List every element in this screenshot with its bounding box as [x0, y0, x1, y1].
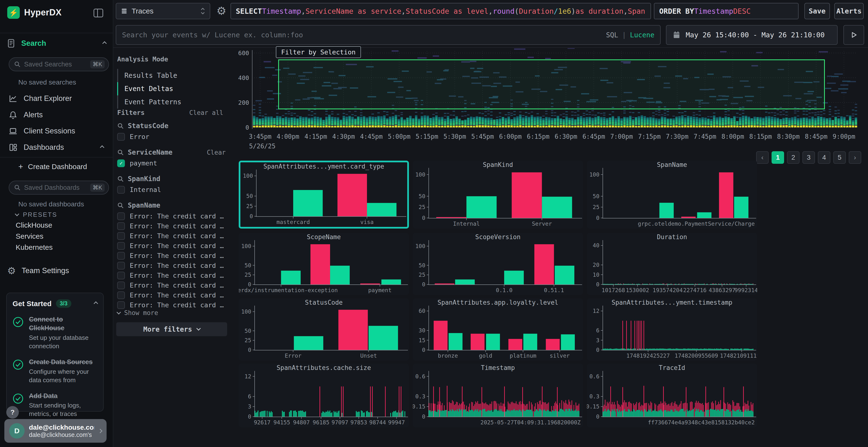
- sidebar-collapse-icon[interactable]: [94, 9, 103, 18]
- analysis-mode-event-patterns[interactable]: Event Patterns: [117, 95, 223, 109]
- sidebar-item-dashboards[interactable]: Dashboards: [0, 140, 113, 155]
- pagination-page-2[interactable]: 2: [787, 151, 800, 164]
- sidebar-item-chart-explorer[interactable]: Chart Explorer: [0, 91, 113, 106]
- events-heatmap[interactable]: [252, 48, 857, 132]
- no-saved-dashboards-note: No saved dashboards: [18, 200, 84, 208]
- filter-option[interactable]: Error: The credit card …: [117, 241, 228, 251]
- xtick-label: 0.1.0: [496, 287, 513, 294]
- chart-card-timestamp[interactable]: Timestamp00.150.30.62025-05-27T04:09:31.…: [413, 364, 583, 427]
- filter-option[interactable]: Error: The credit card …: [117, 261, 228, 271]
- pagination-page-4[interactable]: 4: [818, 151, 830, 164]
- get-started-item[interactable]: Add DataStart sending logs, metrics, or …: [12, 391, 97, 418]
- chart-card-duration[interactable]: Duration01020401017268153000219357420422…: [587, 233, 757, 295]
- source-selector-value: Traces: [132, 7, 154, 15]
- user-menu[interactable]: D dale@clickhouse.com dale@clickhouse.co…: [4, 419, 106, 443]
- get-started-header[interactable]: Get Started 3/3: [12, 299, 97, 308]
- filter-option[interactable]: ✓payment: [117, 158, 228, 168]
- chart-card-spanattributes-yment-timestamp[interactable]: SpanAttributes...yment.timestamp03612174…: [587, 299, 757, 360]
- save-button[interactable]: Save: [804, 3, 830, 19]
- more-filters-button[interactable]: More filters: [116, 322, 227, 336]
- filter-option[interactable]: Error: The credit card …: [117, 271, 228, 280]
- checkbox[interactable]: [117, 291, 125, 299]
- event-search-input[interactable]: [122, 31, 606, 39]
- run-query-button[interactable]: [843, 25, 864, 45]
- chart-card-spanattributes-yment-card-type[interactable]: SpanAttributes...yment.card_type02550100…: [239, 161, 409, 229]
- sql-select-editor[interactable]: SELECT Timestamp, ServiceName as service…: [230, 3, 651, 19]
- alerts-button[interactable]: Alerts: [834, 3, 864, 19]
- sidebar-section-search[interactable]: Search: [7, 38, 106, 48]
- team-settings-button[interactable]: ⚙ Team Settings: [7, 266, 69, 276]
- time-range-picker[interactable]: May 26 15:40:00 - May 26 21:10:00: [666, 25, 838, 45]
- pagination-page-5[interactable]: 5: [833, 151, 846, 164]
- chart-card-spanattributes-app-loyalty-level[interactable]: SpanAttributes.app.loyalty.level0153060b…: [413, 299, 583, 360]
- checkbox[interactable]: [117, 133, 125, 141]
- heatmap-xtick-label: 5:15pm: [416, 133, 438, 140]
- checkbox[interactable]: [117, 242, 125, 250]
- chart-card-scopeversion[interactable]: ScopeVersion025501000.1.00.51.1: [413, 233, 583, 295]
- show-more-button[interactable]: Show more: [117, 309, 158, 316]
- checkbox[interactable]: [117, 186, 125, 194]
- source-selector[interactable]: Traces: [116, 3, 210, 19]
- analysis-mode-event-deltas[interactable]: Event Deltas: [117, 82, 223, 95]
- filter-option[interactable]: Error: The credit card …: [117, 280, 228, 290]
- xtick-label: Server: [532, 220, 552, 227]
- ytick-label: 0: [422, 215, 425, 221]
- sidebar-item-client-sessions[interactable]: Client Sessions: [0, 124, 113, 138]
- order-by-editor[interactable]: ORDER BY Timestamp DESC: [654, 3, 799, 19]
- saved-searches-input[interactable]: ⌘K: [9, 57, 109, 71]
- heatmap-selection-box[interactable]: [278, 60, 824, 109]
- checkbox[interactable]: [117, 212, 125, 220]
- chart-card-statuscode[interactable]: StatusCode02550100ErrorUnset: [239, 299, 409, 360]
- create-dashboard-button[interactable]: + Create Dashboard: [18, 162, 87, 171]
- chart-card-spankind[interactable]: SpanKind02550100InternalServer: [413, 161, 583, 229]
- clear-all-filters-button[interactable]: Clear all: [189, 109, 223, 116]
- saved-dashboards-input[interactable]: ⌘K: [9, 181, 109, 195]
- checkbox[interactable]: [117, 262, 125, 270]
- checkbox[interactable]: [117, 272, 125, 279]
- help-button[interactable]: ?: [6, 406, 19, 419]
- pagination-next-button[interactable]: ›: [849, 151, 861, 164]
- analysis-mode-results-table[interactable]: Results Table: [117, 69, 223, 82]
- filter-option-label: Error: The credit card …: [130, 262, 224, 269]
- sql-mode-toggle[interactable]: SQL: [606, 31, 618, 39]
- chart-card-scopename[interactable]: ScopeName02550100@hyperdx/instrumentatio…: [239, 233, 409, 295]
- filter-option[interactable]: Internal: [117, 185, 228, 195]
- ytick-label: 60: [418, 308, 425, 314]
- checkbox[interactable]: [117, 301, 125, 309]
- checkbox[interactable]: [117, 232, 125, 240]
- saved-dashboards-field[interactable]: [24, 184, 87, 192]
- checkbox[interactable]: [117, 281, 125, 289]
- filter-option[interactable]: Error: The credit card …: [117, 300, 228, 310]
- filter-option[interactable]: Error: [117, 132, 228, 142]
- bar: [681, 217, 695, 218]
- filter-option[interactable]: Error: The credit card …: [117, 251, 228, 261]
- sql-token: 1e6: [558, 7, 571, 15]
- pagination-page-3[interactable]: 3: [802, 151, 815, 164]
- get-started-item[interactable]: Create Data SourcesConfigure where your …: [12, 358, 97, 384]
- preset-services[interactable]: Services: [16, 232, 43, 240]
- checkbox[interactable]: [117, 222, 125, 230]
- pagination-prev-button[interactable]: ‹: [756, 151, 769, 164]
- preset-kubernetes[interactable]: Kubernetes: [16, 243, 53, 251]
- sidebar-item-alerts[interactable]: Alerts: [0, 107, 113, 122]
- chart-card-spanattributes-cache-size[interactable]: SpanAttributes.cache.size036129261794155…: [239, 364, 409, 427]
- filter-option[interactable]: Error: The credit card …: [117, 290, 228, 300]
- presets-toggle[interactable]: PRESETS: [16, 211, 57, 218]
- preset-clickhouse[interactable]: ClickHouse: [16, 221, 52, 229]
- chart-card-traceid[interactable]: TraceId00.150.30.6ff736674e4a9348c43e815…: [587, 364, 757, 427]
- checkbox[interactable]: ✓: [117, 160, 125, 167]
- checkbox[interactable]: [117, 252, 125, 260]
- get-started-item[interactable]: Connect to ClickHouseSet up your databas…: [12, 315, 97, 350]
- xtick-label: 97853: [350, 419, 367, 425]
- filter-by-selection-button[interactable]: Filter by Selection: [276, 46, 361, 58]
- filter-option[interactable]: Error: The credit card …: [117, 221, 228, 231]
- lucene-mode-toggle[interactable]: Lucene: [630, 31, 654, 39]
- source-settings-button[interactable]: ⚙: [215, 3, 228, 18]
- pagination-page-1[interactable]: 1: [772, 151, 784, 164]
- filter-clear-button[interactable]: Clear: [207, 149, 226, 156]
- event-search-bar[interactable]: SQL | Lucene: [116, 25, 661, 45]
- saved-searches-field[interactable]: [24, 61, 87, 68]
- filter-option[interactable]: Error: The credit card …: [117, 211, 228, 221]
- filter-option[interactable]: Error: The credit card …: [117, 231, 228, 241]
- chart-card-spanname[interactable]: SpanName02550100grpc.oteldemo.PaymentSer…: [587, 161, 757, 229]
